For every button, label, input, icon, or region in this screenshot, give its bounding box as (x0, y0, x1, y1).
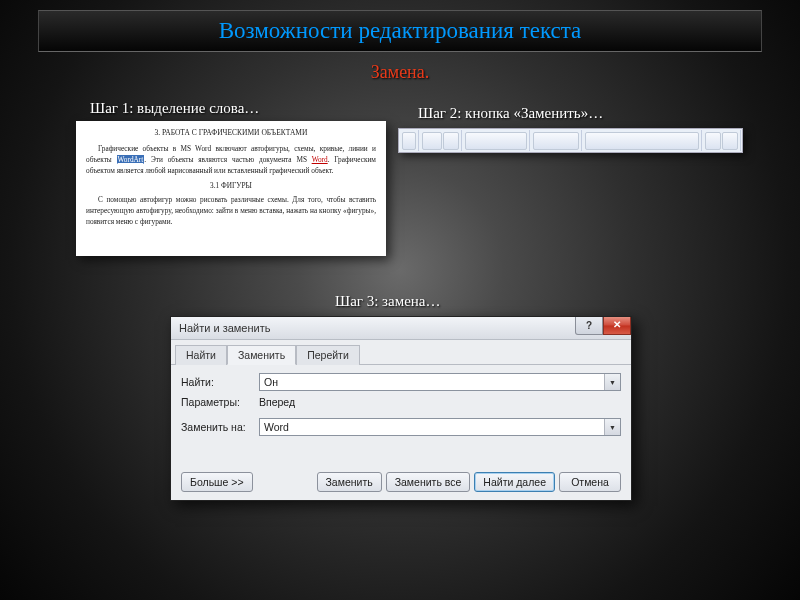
replace-all-button[interactable]: Заменить все (386, 472, 471, 492)
tab-goto[interactable]: Перейти (296, 345, 360, 365)
label-params: Параметры: (181, 396, 259, 408)
ribbon-item (533, 132, 579, 150)
params-value: Вперед (259, 396, 295, 408)
ribbon-item (443, 132, 459, 150)
row-params: Параметры: Вперед (181, 396, 621, 408)
word-document-excerpt: 3. РАБОТА С ГРАФИЧЕСКИМИ ОБЪЕКТАМИ Графи… (76, 121, 386, 256)
step3-label: Шаг 3: замена… (335, 293, 441, 310)
step1-label: Шаг 1: выделение слова… (90, 100, 259, 117)
dialog-titlebar: Найти и заменить ✕ (171, 317, 631, 340)
dialog-button-row: Больше >> Заменить Заменить все Найти да… (171, 472, 631, 492)
dropdown-icon[interactable]: ▼ (604, 419, 620, 435)
ribbon-group (703, 130, 741, 151)
ribbon-item (402, 132, 416, 150)
dialog-form: Найти: Он ▼ Параметры: Вперед Заменить н… (171, 365, 631, 445)
label-replace-with: Заменить на: (181, 421, 259, 433)
dropdown-icon[interactable]: ▼ (604, 374, 620, 390)
replace-input-value: Word (264, 421, 289, 433)
ribbon-item (422, 132, 442, 150)
doc-paragraph-1: Графические объекты в MS Word включают а… (86, 143, 376, 177)
slide-title: Возможности редактирования текста (219, 18, 582, 44)
cancel-button[interactable]: Отмена (559, 472, 621, 492)
title-bar: Возможности редактирования текста (38, 10, 762, 52)
row-replace: Заменить на: Word ▼ (181, 418, 621, 436)
replace-input[interactable]: Word ▼ (259, 418, 621, 436)
dialog-tabs: Найти Заменить Перейти (171, 340, 631, 365)
dialog-title: Найти и заменить (179, 322, 270, 334)
ribbon-item (585, 132, 699, 150)
replace-button[interactable]: Заменить (317, 472, 382, 492)
find-input[interactable]: Он ▼ (259, 373, 621, 391)
row-find: Найти: Он ▼ (181, 373, 621, 391)
ribbon-item (705, 132, 721, 150)
close-icon: ✕ (613, 319, 621, 330)
window-buttons: ✕ (575, 317, 631, 334)
selected-word: WordArt (117, 155, 145, 164)
ribbon-group (420, 130, 462, 151)
label-find: Найти: (181, 376, 259, 388)
doc-heading-1: 3. РАБОТА С ГРАФИЧЕСКИМИ ОБЪЕКТАМИ (86, 127, 376, 139)
ribbon-group (531, 130, 582, 151)
ribbon-group (400, 130, 419, 151)
ribbon-group (463, 130, 530, 151)
close-button[interactable]: ✕ (603, 317, 631, 335)
help-button[interactable] (575, 317, 603, 335)
tab-find[interactable]: Найти (175, 345, 227, 365)
step2-label: Шаг 2: кнопка «Заменить»… (418, 105, 603, 122)
find-next-button[interactable]: Найти далее (474, 472, 555, 492)
ribbon-item (465, 132, 527, 150)
find-input-value: Он (264, 376, 278, 388)
more-button[interactable]: Больше >> (181, 472, 253, 492)
ribbon-item (722, 132, 738, 150)
ribbon-group (583, 130, 702, 151)
tab-replace[interactable]: Заменить (227, 345, 296, 365)
slide-subtitle: Замена. (0, 62, 800, 83)
slide: Возможности редактирования текста Замена… (0, 0, 800, 600)
doc-paragraph-2: С помощью автофигур можно рисовать разли… (86, 194, 376, 228)
underlined-word: Word (312, 155, 328, 164)
doc-heading-2: 3.1 ФИГУРЫ (86, 180, 376, 191)
word-ribbon-thumbnail (398, 128, 743, 153)
find-replace-dialog: Найти и заменить ✕ Найти Заменить Перейт… (170, 316, 632, 501)
